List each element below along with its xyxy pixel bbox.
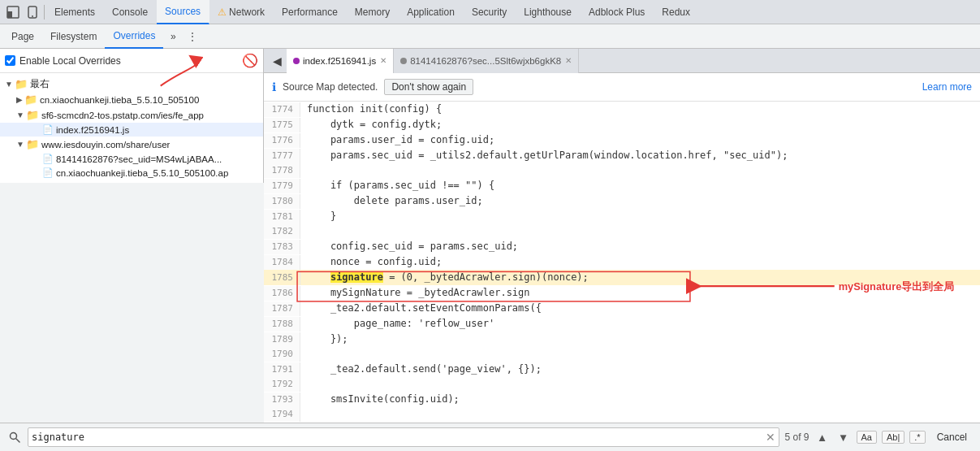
tab-redux[interactable]: Redux [654, 0, 699, 24]
tab-elements[interactable]: Elements [46, 0, 104, 24]
code-line: 1791 _tea2.default.send('page_view', {})… [264, 362, 980, 377]
subtab-overrides[interactable]: Overrides [105, 24, 163, 49]
line-number: 1786 [264, 286, 300, 301]
code-line: 1784 nonce = config.uid; [264, 254, 980, 270]
tab-console[interactable]: Console [104, 0, 157, 24]
tree-label: cn.xiaochuankeji.tieba_5.5.10_505100.ap [56, 168, 228, 178]
code-line: 1792 [264, 377, 980, 392]
tree-label: cn.xiaochuankeji.tieba_5.5.10_505100 [40, 95, 199, 105]
line-content: smsInvite(config.uid); [300, 392, 460, 406]
svg-point-3 [32, 15, 33, 17]
line-number: 1783 [264, 240, 300, 254]
line-content: if (params.sec_uid !== "") { [300, 178, 494, 193]
tree-file-cn2[interactable]: 📄 cn.xiaochuankeji.tieba_5.5.10_505100.a… [0, 166, 263, 180]
tree-folder-cn[interactable]: ▶ 📁 cn.xiaochuankeji.tieba_5.5.10_505100 [0, 92, 263, 107]
line-content: signature = (0, _bytedAcrawler.sign)(non… [300, 270, 589, 284]
top-toolbar: Elements Console Sources ⚠ Network Perfo… [0, 0, 980, 24]
code-line: 1795 var callback = function callback() … [264, 422, 980, 423]
tree-label: 81414162876?sec_uid=MS4wLjABAA... [56, 154, 222, 164]
dont-show-button[interactable]: Don't show again [384, 79, 473, 95]
clear-search-button[interactable]: ✕ [766, 431, 775, 444]
enable-overrides-label[interactable]: Enable Local Overrides [5, 55, 121, 67]
search-toggle-icon[interactable] [6, 429, 23, 445]
line-number: 1781 [264, 210, 300, 224]
tree-label: 最右 [30, 78, 50, 90]
tab-memory[interactable]: Memory [347, 0, 399, 24]
match-case-button[interactable]: Aa [857, 431, 877, 444]
next-result-button[interactable]: ▼ [835, 429, 852, 445]
overflow-menu-button[interactable]: ⋮ [184, 31, 201, 42]
line-number: 1775 [264, 118, 300, 132]
folder-icon: 📁 [26, 109, 39, 121]
folder-icon: 📁 [24, 93, 37, 106]
line-number: 1789 [264, 332, 300, 347]
learn-more-link[interactable]: Learn more [922, 81, 972, 93]
separator [44, 5, 45, 20]
close-tab-icon2[interactable]: ✕ [565, 56, 572, 65]
line-content: _tea2.default.setEventCommonParams({ [300, 301, 542, 315]
code-area[interactable]: 1774function init(config) {1775 dytk = c… [264, 102, 980, 423]
code-line: 1793 smsInvite(config.uid); [264, 392, 980, 407]
more-tabs-button[interactable]: » [163, 27, 183, 46]
cancel-button[interactable]: Cancel [930, 431, 974, 444]
code-wrapper: 1774function init(config) {1775 dytk = c… [264, 102, 980, 423]
source-map-bar: ℹ Source Map detected. Don't show again … [264, 73, 980, 102]
line-number: 1776 [264, 133, 300, 148]
file-tree: ▼ 📁 最右 ▶ 📁 cn.xiaochuankeji.tieba_5.5.10… [0, 73, 263, 183]
clear-overrides-button[interactable]: 🚫 [242, 53, 258, 68]
tab-security[interactable]: Security [464, 0, 516, 24]
enable-overrides-checkbox[interactable] [5, 55, 15, 66]
close-tab-icon[interactable]: ✕ [380, 56, 386, 65]
subtab-page[interactable]: Page [3, 24, 42, 49]
main-layout: Enable Local Overrides 🚫 ▼ 📁 最右 ▶ 📁 cn.x… [0, 49, 980, 423]
code-line: 1788 page_name: 'reflow_user' [264, 316, 980, 332]
file-icon-grey: 📄 [42, 154, 54, 164]
line-number: 1788 [264, 317, 300, 332]
dock-icon[interactable] [3, 2, 23, 22]
line-number: 1779 [264, 179, 300, 193]
tree-file-index[interactable]: 📄 index.f2516941.js [0, 123, 263, 137]
tree-label: sf6-scmcdn2-tos.pstatp.com/ies/fe_app [41, 111, 204, 120]
tab-network[interactable]: ⚠ Network [209, 0, 274, 24]
line-content: params.sec_uid = _utils2.default.getUrlP… [300, 148, 788, 163]
sidebar: Enable Local Overrides 🚫 ▼ 📁 最右 ▶ 📁 cn.x… [0, 49, 264, 423]
warning-icon: ⚠ [218, 7, 227, 18]
expand-arrow: ▼ [5, 80, 13, 89]
tab-lighthouse[interactable]: Lighthouse [516, 0, 581, 24]
line-content: function init(config) { [300, 102, 442, 116]
code-line: 1783 config.sec_uid = params.sec_uid; [264, 239, 980, 254]
mobile-icon[interactable] [23, 2, 42, 22]
tab-performance[interactable]: Performance [274, 0, 347, 24]
search-input[interactable] [32, 431, 766, 443]
line-number: 1790 [264, 347, 300, 362]
line-number: 1792 [264, 377, 300, 392]
line-content: _tea2.default.send('page_view', {}); [300, 362, 542, 376]
code-line: 1786 mySignNature = _bytedAcrawler.sign [264, 285, 980, 301]
back-button[interactable]: ◀ [267, 51, 287, 71]
tab-sources[interactable]: Sources [157, 0, 209, 24]
tree-folder-sf6[interactable]: ▼ 📁 sf6-scmcdn2-tos.pstatp.com/ies/fe_ap… [0, 107, 263, 123]
file-tab-814[interactable]: 81414162876?sec...5Slt6wjxb6gkK8 ✕ [394, 49, 579, 73]
code-line: 1785 signature = (0, _bytedAcrawler.sign… [264, 270, 980, 285]
svg-line-8 [16, 439, 19, 442]
regex-button[interactable]: .* [909, 431, 925, 444]
line-number: 1793 [264, 392, 300, 407]
tab-application[interactable]: Application [399, 0, 464, 24]
line-content: page_name: 'reflow_user' [300, 316, 494, 331]
folder-icon: 📁 [26, 138, 39, 150]
code-line: 1778 [264, 163, 980, 178]
subtab-filesystem[interactable]: Filesystem [42, 24, 105, 49]
file-tab-index[interactable]: index.f2516941.js ✕ [287, 49, 394, 73]
line-content: dytk = config.dytk; [300, 117, 442, 132]
code-line: 1776 params.user_id = config.uid; [264, 132, 980, 148]
tree-folder-zuiyou[interactable]: ▼ 📁 最右 [0, 76, 263, 92]
tree-file-814[interactable]: 📄 81414162876?sec_uid=MS4wLjABAA... [0, 152, 263, 166]
file-dot-purple [293, 58, 300, 64]
prev-result-button[interactable]: ▲ [814, 429, 831, 445]
svg-point-7 [11, 433, 17, 440]
match-word-button[interactable]: Ab| [882, 431, 904, 444]
tree-folder-www[interactable]: ▼ 📁 www.iesdouyin.com/share/user [0, 137, 263, 152]
line-number: 1780 [264, 194, 300, 209]
tab-adblock[interactable]: Adblock Plus [581, 0, 654, 24]
code-line: 1775 dytk = config.dytk; [264, 117, 980, 132]
